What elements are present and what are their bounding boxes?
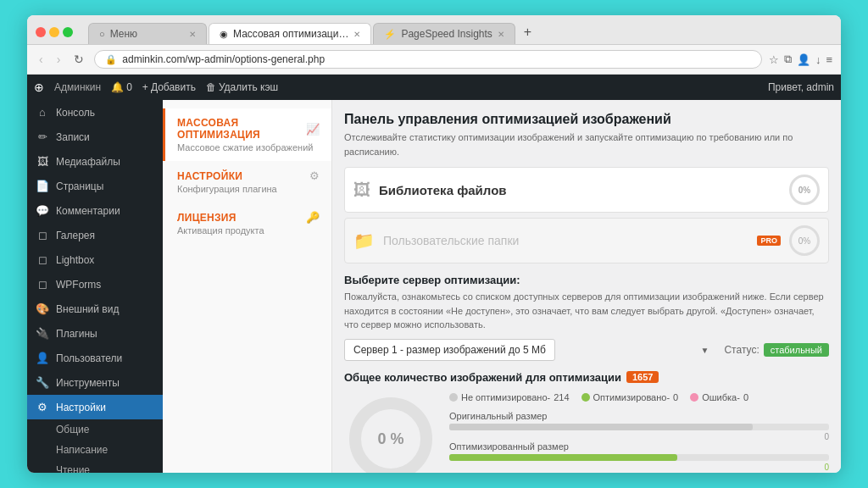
wp-content: Панель управления оптимизацией изображен… <box>332 100 841 473</box>
appearance-icon: 🎨 <box>36 302 49 315</box>
optimized-label: Оптимизировано- <box>593 392 670 402</box>
original-size-fill <box>449 424 753 430</box>
plugin-nav-license-row: ЛИЦЕНЗИЯ 🔑 <box>177 211 320 224</box>
bookmark-icon[interactable]: ☆ <box>769 53 779 66</box>
wp-logo-icon: ⊕ <box>34 80 44 94</box>
browser-titlebar: ○ Меню ✕ ◉ Массовая оптимизаци… ✕ ⚡ Page… <box>27 15 841 45</box>
plugin-nav-mass-icon: 📈 <box>306 123 320 136</box>
comments-icon: 💬 <box>36 204 49 217</box>
sidebar-item-dashboard[interactable]: ⌂ Консоль <box>27 100 163 125</box>
plugin-nav-settings[interactable]: НАСТРОЙКИ ⚙ Конфигурация плагина <box>163 161 331 202</box>
sidebar-item-tools[interactable]: 🔧 Инструменты <box>27 370 163 395</box>
server-select[interactable]: Сервер 1 - размер изображений до 5 Мб <box>344 339 555 361</box>
wp-main: ⌂ Консоль ✏ Записи 🖼 Медиафайлы 📄 Страни… <box>27 100 841 473</box>
server-section: Выберите сервер оптимизации: Пожалуйста,… <box>344 274 829 361</box>
sidebar-item-gallery[interactable]: ◻ Галерея <box>27 223 163 247</box>
reload-button[interactable]: ↻ <box>70 51 87 68</box>
sidebar-item-pages[interactable]: 📄 Страницы <box>27 174 163 198</box>
extensions-icon[interactable]: ⧉ <box>784 53 792 66</box>
sidebar-item-posts[interactable]: ✏ Записи <box>27 125 163 149</box>
folders-title: Пользовательские папки <box>383 234 748 247</box>
count-badge: 1657 <box>626 371 659 383</box>
delete-cache-item[interactable]: 🗑 Удалить кэш <box>206 81 278 93</box>
folders-donut: 0% <box>789 225 820 256</box>
page-title: Панель управления оптимизацией изображен… <box>344 112 829 127</box>
sidebar-label-comments: Комментарии <box>56 205 120 217</box>
plugin-nav-mass-title: МАССОВАЯ ОПТИМИЗАЦИЯ <box>177 117 306 141</box>
legend-not-optimized: Не оптимизировано- 214 <box>449 392 570 402</box>
settings-icon: ⚙ <box>36 401 49 413</box>
sidebar-label-dashboard: Консоль <box>56 107 95 119</box>
sidebar-item-wpforms[interactable]: ◻ WPForms <box>27 272 163 297</box>
page-description: Отслеживайте статистику оптимизации изоб… <box>344 130 829 158</box>
plugin-nav-settings-icon: ⚙ <box>309 169 320 182</box>
content-header: Панель управления оптимизацией изображен… <box>344 112 829 158</box>
sidebar-label-users: Пользователи <box>56 352 122 364</box>
greeting-text: Привет, admin <box>768 81 834 93</box>
sidebar-label-gallery: Галерея <box>56 230 95 241</box>
stats-section: Общее количество изображений для оптимиз… <box>344 371 829 474</box>
wpforms-icon: ◻ <box>36 278 49 291</box>
tab-menu-icon: ○ <box>99 29 105 39</box>
tab-pagespeed[interactable]: ⚡ PageSpeed Insights ✕ <box>373 23 515 44</box>
maximize-button[interactable] <box>63 27 73 37</box>
tab-pagespeed-close[interactable]: ✕ <box>498 30 504 39</box>
sidebar-item-plugins[interactable]: 🔌 Плагины <box>27 321 163 346</box>
sidebar-sub-general[interactable]: Общие <box>27 419 163 440</box>
not-optimized-value: 214 <box>554 392 569 402</box>
menu-icon[interactable]: ≡ <box>826 53 832 66</box>
add-item[interactable]: + Добавить <box>142 81 196 93</box>
wp-admin-bar: ⊕ Админкин 🔔 0 + Добавить 🗑 Удалить кэш … <box>27 75 841 100</box>
tools-icon: 🔧 <box>36 376 49 389</box>
plugin-nav-settings-subtitle: Конфигурация плагина <box>177 184 320 194</box>
tab-menu-close[interactable]: ✕ <box>189 30 196 39</box>
sidebar-label-tools: Инструменты <box>56 377 120 389</box>
server-section-title: Выберите сервер оптимизации: <box>344 274 829 286</box>
plugin-nav: МАССОВАЯ ОПТИМИЗАЦИЯ 📈 Массовое сжатие и… <box>163 100 332 473</box>
plugin-nav-license[interactable]: ЛИЦЕНЗИЯ 🔑 Активация продукта <box>163 202 331 244</box>
sidebar-label-appearance: Внешний вид <box>56 303 119 315</box>
optimized-size-track <box>449 454 829 461</box>
notifications-item[interactable]: 🔔 0 <box>111 81 132 93</box>
sidebar-sub-writing[interactable]: Написание <box>27 440 163 460</box>
sidebar-item-media[interactable]: 🖼 Медиафайлы <box>27 149 163 174</box>
tab-menu[interactable]: ○ Меню ✕ <box>88 23 207 44</box>
plugin-nav-mass-optimization[interactable]: МАССОВАЯ ОПТИМИЗАЦИЯ 📈 Массовое сжатие и… <box>163 108 331 161</box>
sidebar-item-comments[interactable]: 💬 Комментарии <box>27 198 163 223</box>
download-icon[interactable]: ↓ <box>815 53 821 66</box>
tabs-bar: ○ Меню ✕ ◉ Массовая оптимизаци… ✕ ⚡ Page… <box>88 20 832 44</box>
folders-row[interactable]: 📁 Пользовательские папки PRO 0% <box>344 218 829 263</box>
minimize-button[interactable] <box>49 27 59 37</box>
sidebar-item-lightbox[interactable]: ◻ Lightbox <box>27 247 163 272</box>
sidebar-label-posts: Записи <box>56 131 90 143</box>
plugin-nav-license-icon: 🔑 <box>306 211 320 224</box>
server-status: Статус: стабильный <box>724 343 829 357</box>
original-size-label: Оригинальный размер <box>449 411 829 421</box>
lightbox-icon: ◻ <box>36 253 49 266</box>
file-library-row[interactable]: 🖼 Библиотека файлов 0% <box>344 167 829 213</box>
new-tab-button[interactable]: + <box>517 20 538 44</box>
profile-icon[interactable]: 👤 <box>797 53 810 66</box>
tab-pagespeed-label: PageSpeed Insights <box>401 28 492 40</box>
forward-button[interactable]: › <box>53 51 64 68</box>
sidebar-item-settings[interactable]: ⚙ Настройки <box>27 395 163 419</box>
optimized-size-label: Оптимизированный размер <box>449 441 829 452</box>
tab-mass-close[interactable]: ✕ <box>353 30 360 39</box>
tab-mass-icon: ◉ <box>220 29 228 40</box>
sidebar-sub-reading[interactable]: Чтение <box>27 460 163 473</box>
server-row: Сервер 1 - размер изображений до 5 Мб ▼ … <box>344 339 829 361</box>
sidebar-item-appearance[interactable]: 🎨 Внешний вид <box>27 297 163 321</box>
not-optimized-dot <box>449 393 458 402</box>
optimized-size-value: 0 <box>449 463 829 472</box>
plugins-icon: 🔌 <box>36 327 49 340</box>
tab-menu-label: Меню <box>110 28 137 40</box>
back-button[interactable]: ‹ <box>36 51 47 68</box>
close-button[interactable] <box>36 27 46 37</box>
sidebar-item-users[interactable]: 👤 Пользователи <box>27 346 163 370</box>
error-dot <box>690 393 698 402</box>
stats-title: Общее количество изображений для оптимиз… <box>344 371 829 384</box>
address-bar[interactable]: 🔒 adminkin.com/wp-admin/options-general.… <box>94 50 762 69</box>
tab-mass-optimization[interactable]: ◉ Массовая оптимизаци… ✕ <box>209 23 371 44</box>
site-name[interactable]: Админкин <box>54 81 101 93</box>
plugin-nav-license-title: ЛИЦЕНЗИЯ <box>177 212 236 224</box>
